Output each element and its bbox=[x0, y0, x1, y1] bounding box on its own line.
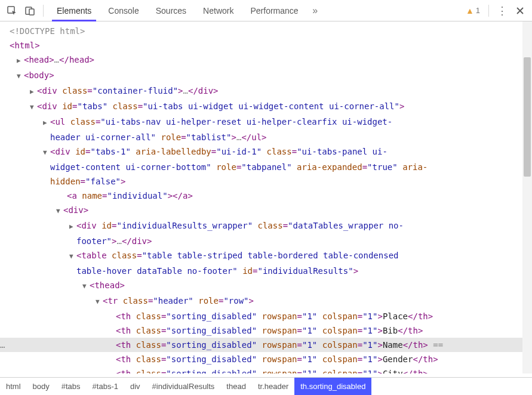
dom-node[interactable]: ▶<ul class="ui-tabs-nav ui-helper-reset … bbox=[10, 115, 532, 130]
dom-node[interactable]: ▼<div id="tabs-1" aria-labelledby="ui-id… bbox=[10, 144, 532, 160]
crumb[interactable]: #tabs bbox=[56, 378, 87, 396]
dom-node-cont[interactable]: hidden="false"> bbox=[10, 174, 532, 189]
warning-badge[interactable]: ▲ 1 bbox=[466, 6, 484, 16]
dom-node[interactable]: <th class="sorting disabled" rowspan="1"… bbox=[10, 366, 532, 374]
dom-node-cont[interactable]: footer">…</div> bbox=[10, 234, 532, 248]
dom-node-cont[interactable]: table-hover dataTable no-footer" id="ind… bbox=[10, 264, 532, 278]
crumb[interactable]: #tabs-1 bbox=[87, 378, 124, 396]
crumb[interactable]: body bbox=[27, 378, 56, 396]
warning-count: 1 bbox=[476, 6, 480, 15]
devtools-toolbar: Elements Console Sources Network Perform… bbox=[0, 0, 532, 21]
dom-node[interactable]: <th class="sorting_disabled" rowspan="1"… bbox=[10, 323, 532, 338]
dom-node[interactable]: ▼<tr class="header" role="row"> bbox=[10, 294, 532, 309]
expand-icon[interactable]: ▶ bbox=[43, 116, 50, 130]
crumb[interactable]: html bbox=[0, 378, 27, 396]
crumb[interactable]: thead bbox=[220, 378, 252, 396]
collapse-icon[interactable]: ▼ bbox=[17, 69, 24, 84]
dom-node[interactable]: ▶<div id="individualResults_wrapper" cla… bbox=[10, 218, 532, 234]
more-tabs-icon[interactable]: » bbox=[307, 2, 324, 19]
ellipsis-icon: … bbox=[0, 338, 5, 352]
device-toggle-icon[interactable] bbox=[21, 2, 38, 19]
dom-node[interactable]: ▼<body> bbox=[10, 68, 532, 84]
collapse-icon[interactable]: ▼ bbox=[56, 204, 63, 218]
panel-tabs: Elements Console Sources Network Perform… bbox=[48, 0, 465, 21]
separator bbox=[488, 5, 489, 17]
dom-node[interactable]: <th class="sorting_disabled" rowspan="1"… bbox=[10, 309, 532, 323]
dom-node[interactable]: <html> bbox=[10, 38, 532, 53]
expand-icon[interactable]: ▶ bbox=[30, 85, 37, 99]
collapse-icon[interactable]: ▼ bbox=[96, 295, 103, 309]
tab-sources[interactable]: Sources bbox=[147, 0, 195, 21]
dom-node[interactable]: <a name="individual"></a> bbox=[10, 189, 532, 203]
dom-node[interactable]: ▼<thead> bbox=[10, 278, 532, 294]
tab-performance[interactable]: Performance bbox=[242, 0, 306, 21]
crumb[interactable]: div bbox=[124, 378, 146, 396]
tab-elements[interactable]: Elements bbox=[48, 0, 100, 21]
collapse-icon[interactable]: ▼ bbox=[30, 100, 37, 115]
dom-node[interactable]: ▼<table class="table table-striped table… bbox=[10, 248, 532, 264]
dom-node-selected[interactable]: …<th class="sorting_disabled" rowspan="1… bbox=[0, 338, 532, 352]
warning-icon: ▲ bbox=[466, 6, 474, 16]
crumb[interactable]: tr.header bbox=[252, 378, 294, 396]
kebab-menu-icon[interactable]: ⋮ bbox=[494, 2, 511, 19]
tab-console[interactable]: Console bbox=[100, 0, 147, 21]
scrollbar-thumb[interactable] bbox=[524, 57, 531, 177]
collapse-icon[interactable]: ▼ bbox=[69, 249, 76, 264]
breadcrumb: html body #tabs #tabs-1 div #individualR… bbox=[0, 377, 532, 395]
collapse-icon[interactable]: ▼ bbox=[82, 279, 90, 294]
tab-network[interactable]: Network bbox=[195, 0, 242, 21]
separator bbox=[43, 5, 44, 17]
dom-node[interactable]: ▶<div class="container-fluid">…</div> bbox=[10, 84, 532, 99]
collapse-icon[interactable]: ▼ bbox=[43, 146, 50, 160]
vertical-scrollbar[interactable] bbox=[522, 21, 532, 374]
dom-node[interactable]: <!DOCTYPE html> bbox=[10, 24, 532, 38]
svg-rect-2 bbox=[29, 9, 34, 15]
dom-tree[interactable]: <!DOCTYPE html> <html> ▶<head>…</head> ▼… bbox=[0, 21, 532, 374]
dom-node[interactable]: <th class="sorting_disabled" rowspan="1"… bbox=[10, 352, 532, 366]
dom-node-cont[interactable]: header ui-corner-all" role="tablist">…</… bbox=[10, 130, 532, 144]
dom-node-cont[interactable]: widget-content ui-corner-bottom" role="t… bbox=[10, 160, 532, 174]
close-icon[interactable] bbox=[512, 2, 528, 19]
expand-icon[interactable]: ▶ bbox=[69, 220, 76, 234]
crumb[interactable]: #individualResults bbox=[146, 378, 221, 396]
dom-node[interactable]: ▼<div id="tabs" class="ui-tabs ui-widget… bbox=[10, 99, 532, 115]
dom-node[interactable]: ▶<head>…</head> bbox=[10, 53, 532, 68]
inspect-icon[interactable] bbox=[4, 2, 20, 19]
expand-icon[interactable]: ▶ bbox=[17, 54, 24, 68]
crumb-selected[interactable]: th.sorting_disabled bbox=[294, 378, 371, 396]
dom-node[interactable]: ▼<div> bbox=[10, 203, 532, 218]
